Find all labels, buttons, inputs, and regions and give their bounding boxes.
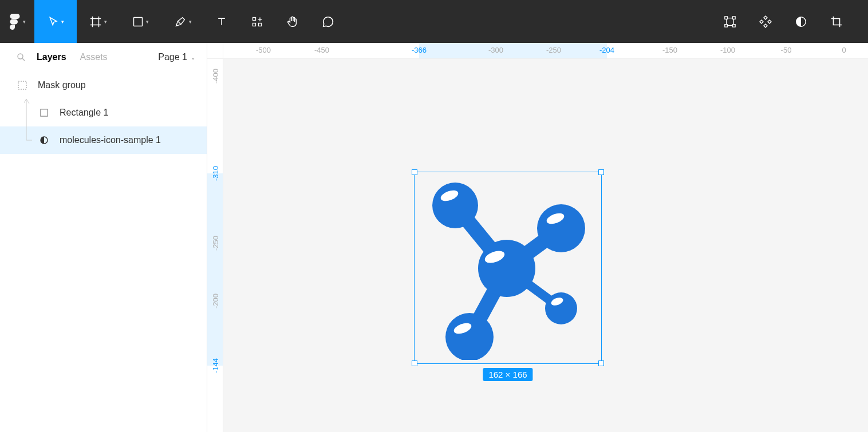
ruler-tick: -300 — [488, 46, 503, 54]
figma-logo-menu[interactable]: ▾ — [0, 0, 34, 43]
svg-rect-7 — [725, 24, 728, 27]
svg-rect-12 — [41, 109, 48, 116]
ruler-tick: -204 — [599, 46, 614, 54]
hand-tool[interactable] — [275, 0, 310, 43]
resize-handle-tr[interactable] — [598, 169, 604, 175]
rectangle-layer-icon — [38, 109, 50, 117]
tree-connector-icon — [24, 126, 35, 154]
ruler-tick: -400 — [211, 69, 219, 84]
resize-handle-br[interactable] — [598, 360, 604, 366]
chevron-down-icon: ▾ — [23, 19, 26, 25]
svg-rect-3 — [259, 23, 262, 26]
layer-label: molecules-icon-sample 1 — [60, 135, 161, 145]
ruler-v-selection — [207, 173, 223, 366]
layer-row-mask-group[interactable]: Mask group — [0, 72, 207, 99]
figma-logo-icon — [9, 14, 21, 30]
tree-connector-icon — [24, 99, 35, 126]
components-icon — [759, 15, 772, 29]
svg-rect-1 — [253, 17, 256, 20]
ruler-tick: -150 — [662, 46, 677, 54]
mask-group-icon — [16, 81, 29, 90]
svg-rect-5 — [725, 16, 728, 19]
svg-rect-8 — [733, 24, 736, 27]
selection-bounds[interactable]: 162 × 166 — [414, 172, 602, 364]
ruler-h-selection — [419, 43, 607, 58]
ruler-tick: -450 — [314, 46, 329, 54]
page-selector[interactable]: Page 1 ⌄ — [158, 52, 195, 62]
mask-tool[interactable] — [783, 0, 819, 43]
move-tool[interactable]: ▾ — [34, 0, 77, 43]
layer-row-molecules[interactable]: molecules-icon-sample 1 — [0, 126, 207, 154]
shape-tool[interactable]: ▾ — [119, 0, 161, 43]
ruler-tick: -200 — [211, 294, 219, 308]
pen-icon — [174, 15, 187, 28]
edit-object-tool[interactable] — [712, 0, 748, 43]
tab-layers[interactable]: Layers — [37, 52, 66, 62]
ruler-tick: -366 — [412, 46, 427, 54]
layer-label: Mask group — [38, 80, 86, 90]
svg-rect-0 — [133, 17, 142, 26]
hand-icon — [286, 15, 299, 28]
canvas-area: -500 -450 -366 -300 -250 -204 -150 -100 … — [207, 43, 868, 432]
chevron-down-icon: ▾ — [104, 19, 107, 25]
resize-handle-bl[interactable] — [412, 360, 417, 366]
page-selector-label: Page 1 — [158, 52, 187, 62]
layers-panel: Layers Assets Page 1 ⌄ Mask group Re — [0, 43, 207, 432]
components-tool[interactable] — [748, 0, 783, 43]
image-mask-layer-icon — [38, 136, 50, 145]
ruler-tick: -250 — [546, 46, 561, 54]
chevron-down-icon: ▾ — [146, 19, 149, 25]
comment-tool[interactable] — [310, 0, 346, 43]
ruler-tick: -100 — [720, 46, 735, 54]
layer-label: Rectangle 1 — [60, 108, 108, 118]
svg-point-10 — [18, 54, 23, 59]
chevron-down-icon: ▾ — [61, 19, 64, 25]
search-icon[interactable] — [16, 52, 26, 62]
text-tool[interactable] — [204, 0, 239, 43]
ruler-tick: -310 — [211, 166, 219, 181]
frame-icon — [89, 15, 102, 28]
horizontal-ruler[interactable]: -500 -450 -366 -300 -250 -204 -150 -100 … — [223, 43, 868, 59]
chevron-down-icon: ▾ — [189, 19, 192, 25]
ruler-tick: 0 — [842, 46, 846, 54]
layers-list: Mask group Rectangle 1 molecules-icon-sa… — [0, 72, 207, 432]
panel-header: Layers Assets Page 1 ⌄ — [0, 43, 207, 72]
dimensions-badge: 162 × 166 — [483, 368, 532, 381]
mask-icon — [795, 15, 807, 28]
rectangle-icon — [132, 16, 144, 27]
vertical-ruler[interactable]: -400 -310 -250 -200 -144 — [207, 59, 223, 432]
svg-rect-6 — [733, 16, 736, 19]
ruler-corner — [207, 43, 223, 59]
pen-tool[interactable]: ▾ — [161, 0, 204, 43]
frame-tool[interactable]: ▾ — [77, 0, 119, 43]
resources-tool[interactable] — [239, 0, 275, 43]
resources-icon — [251, 16, 263, 27]
canvas[interactable]: 162 × 166 — [223, 59, 868, 432]
ruler-tick: -250 — [211, 236, 219, 251]
crop-tool[interactable] — [819, 0, 854, 43]
tab-assets[interactable]: Assets — [80, 52, 108, 62]
resize-handle-tl[interactable] — [412, 169, 417, 175]
edit-object-icon — [724, 15, 736, 28]
chevron-down-icon: ⌄ — [191, 54, 195, 61]
ruler-tick: -50 — [781, 46, 792, 54]
cursor-icon — [48, 16, 59, 27]
comment-icon — [322, 15, 334, 28]
layer-row-rectangle[interactable]: Rectangle 1 — [0, 99, 207, 126]
svg-rect-11 — [18, 81, 26, 89]
ruler-tick: -500 — [256, 46, 271, 54]
top-toolbar: ▾ ▾ ▾ ▾ ▾ — [0, 0, 868, 43]
crop-icon — [830, 15, 843, 28]
ruler-tick: -144 — [211, 358, 219, 373]
text-icon — [216, 16, 227, 27]
svg-rect-2 — [253, 23, 256, 26]
